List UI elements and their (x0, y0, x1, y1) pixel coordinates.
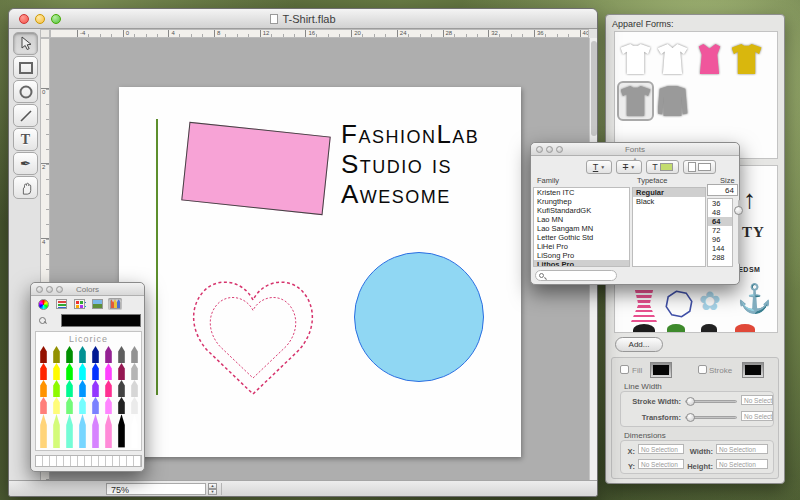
swatch-strip[interactable] (35, 455, 142, 467)
slider-knob[interactable] (734, 206, 743, 215)
hand-tool-button[interactable] (13, 176, 38, 199)
text-color-button[interactable]: T (646, 160, 679, 174)
zoom-stepper[interactable]: ▲▼ (208, 483, 217, 495)
apparel-form-item[interactable] (617, 81, 654, 121)
crayon-swatch[interactable] (103, 363, 114, 380)
zoom-level-field[interactable]: 75% (106, 483, 206, 495)
fill-checkbox[interactable] (620, 365, 629, 374)
magnifier-icon[interactable] (39, 317, 46, 324)
crayon-swatch[interactable] (77, 397, 88, 414)
font-family-item[interactable]: Lao MN (534, 215, 629, 224)
apparel-form-item[interactable] (728, 39, 765, 79)
crayon-swatch[interactable] (129, 380, 140, 397)
typeface-item[interactable]: Regular (633, 188, 705, 197)
text-tool-button[interactable]: T (13, 128, 38, 151)
crayon-swatch[interactable] (90, 363, 101, 380)
font-size-item[interactable]: 288 (708, 253, 732, 262)
color-sliders-tab[interactable] (54, 298, 68, 310)
font-family-item[interactable]: Krungthep (534, 197, 629, 206)
crayon-swatch[interactable] (77, 346, 88, 363)
crayon-swatch[interactable] (64, 397, 75, 414)
crayon-swatch[interactable] (38, 397, 49, 414)
crayon-swatch[interactable] (116, 397, 127, 414)
font-family-item[interactable]: LiHei Pro (534, 242, 629, 251)
width-field[interactable]: No Selection (716, 444, 768, 454)
arrow-clipart[interactable]: ↑ (743, 184, 756, 215)
y-field[interactable]: No Selection (638, 459, 684, 469)
x-field[interactable]: No Selection (638, 444, 684, 454)
typeface-list[interactable]: RegularBlack (632, 187, 706, 267)
font-size-item[interactable]: 72 (708, 226, 732, 235)
canvas-text[interactable]: FashionLab Studio is Awesome (341, 119, 521, 209)
line-tool-button[interactable] (13, 104, 38, 127)
crayon-swatch[interactable] (129, 397, 140, 414)
crayon-swatch[interactable] (77, 414, 88, 448)
apparel-form-item[interactable] (617, 39, 654, 79)
pen-tool-button[interactable]: ✒ (13, 152, 38, 175)
ellipse-tool-button[interactable] (13, 80, 38, 103)
stroke-width-field[interactable]: No Selection (741, 395, 773, 405)
color-palettes-tab[interactable] (72, 298, 86, 310)
font-family-item[interactable]: Lithos Pro (534, 260, 629, 267)
font-size-item[interactable]: 64 (708, 217, 732, 226)
font-size-item[interactable]: 48 (708, 208, 732, 217)
crayon-swatch[interactable] (51, 414, 62, 448)
font-family-list[interactable]: Kristen ITCKrungthepKufiStandardGKLao MN… (533, 187, 630, 267)
crayon-swatch[interactable] (38, 346, 49, 363)
circle-shape[interactable] (354, 252, 484, 382)
fonts-titlebar[interactable]: Fonts (531, 143, 739, 156)
crayon-swatch[interactable] (77, 363, 88, 380)
crayon-swatch[interactable] (129, 346, 140, 363)
height-field[interactable]: No Selection (716, 459, 768, 469)
crayon-swatch[interactable] (129, 414, 140, 448)
crayon-swatch[interactable] (116, 380, 127, 397)
font-family-item[interactable]: KufiStandardGK (534, 206, 629, 215)
pink-rectangle-shape[interactable] (181, 122, 330, 215)
strikethrough-button[interactable]: T▼ (616, 160, 642, 174)
crayon-swatch[interactable] (64, 380, 75, 397)
crayon-swatch[interactable] (116, 346, 127, 363)
colors-titlebar[interactable]: Colors (31, 283, 144, 296)
font-family-item[interactable]: Kristen ITC (534, 188, 629, 197)
font-search-input[interactable] (535, 270, 617, 281)
select-tool-button[interactable] (13, 32, 38, 55)
crayon-swatch[interactable] (129, 363, 140, 380)
apparel-form-item[interactable] (654, 39, 691, 79)
crayon-swatch[interactable] (51, 346, 62, 363)
crayon-swatch[interactable] (116, 363, 127, 380)
slider-knob[interactable] (686, 397, 695, 406)
heart-shape[interactable] (183, 272, 323, 402)
color-wheel-tab[interactable] (36, 298, 50, 310)
font-size-list[interactable]: 3648647296144288 (707, 198, 733, 267)
stepper-down-icon[interactable]: ▼ (208, 489, 217, 495)
crayon-swatch[interactable] (103, 397, 114, 414)
crayon-swatch[interactable] (90, 380, 101, 397)
crayon-swatch[interactable] (90, 346, 101, 363)
crayon-swatch[interactable] (103, 346, 114, 363)
current-color-well[interactable] (61, 314, 141, 327)
design-page[interactable]: FashionLab Studio is Awesome (119, 87, 521, 457)
crayon-swatch[interactable] (51, 380, 62, 397)
document-color-button[interactable] (683, 160, 716, 174)
typeface-item[interactable]: Black (633, 197, 705, 206)
font-family-item[interactable]: Lao Sangam MN (534, 224, 629, 233)
crayon-swatch[interactable] (90, 397, 101, 414)
font-size-field[interactable]: 64 (707, 184, 738, 196)
stroke-color-well[interactable] (742, 362, 764, 378)
titlebar[interactable]: T-Shirt.flab (9, 9, 597, 29)
size-slider[interactable] (735, 198, 743, 267)
scrollbar-thumb[interactable] (591, 41, 597, 136)
crayon-swatch[interactable] (90, 414, 101, 448)
crayon-swatch[interactable] (38, 380, 49, 397)
crayon-swatch[interactable] (103, 414, 114, 448)
transform-field[interactable]: No Selection (741, 411, 773, 421)
crayon-swatch[interactable] (51, 363, 62, 380)
transform-slider[interactable] (685, 416, 737, 419)
slider-knob[interactable] (686, 413, 695, 422)
stroke-width-slider[interactable] (685, 400, 737, 403)
crayon-swatch[interactable] (103, 380, 114, 397)
rectangle-tool-button[interactable] (13, 56, 38, 79)
anchor-clipart[interactable]: ⚓ (737, 282, 772, 315)
font-family-item[interactable]: Letter Gothic Std (534, 233, 629, 242)
add-button[interactable]: Add... (615, 337, 663, 352)
